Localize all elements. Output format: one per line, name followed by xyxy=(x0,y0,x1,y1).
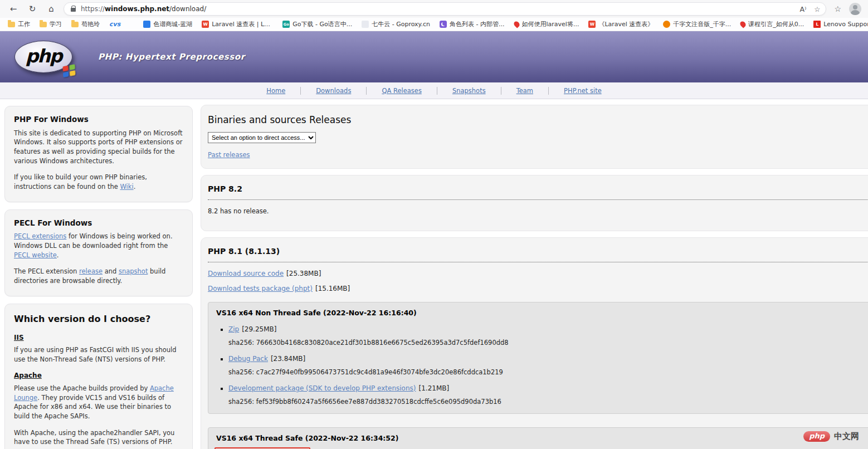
php81-title: PHP 8.1 (8.1.13) xyxy=(208,247,868,256)
profile-avatar[interactable] xyxy=(849,3,861,15)
sidebar-paragraph: The PECL extension release and snapshot … xyxy=(14,267,183,285)
bookmark-item[interactable]: cvs xyxy=(109,21,120,28)
debug-pack-link[interactable]: Debug Pack xyxy=(228,355,268,363)
bookmark-item[interactable]: 如何使用laravel将... xyxy=(514,20,579,28)
file-size: [25.38MB] xyxy=(286,270,321,277)
laravel-icon: W xyxy=(588,21,596,28)
direct-access-select[interactable]: Select an option to direct access... xyxy=(208,132,316,143)
file-size: [15.16MB] xyxy=(315,285,350,292)
download-line: Download source code[25.38MB] xyxy=(208,270,868,277)
main-content: Binaries and sources Releases Select an … xyxy=(201,105,868,449)
orange-circle-icon xyxy=(663,21,670,28)
nav-qa-releases[interactable]: QA Releases xyxy=(366,87,437,95)
page-body: PHP For Windows This site is dedicated t… xyxy=(0,99,868,449)
php-cn-logo: php xyxy=(803,431,830,442)
back-icon[interactable]: ← xyxy=(7,4,20,14)
lanhu-icon xyxy=(143,21,150,28)
bookmark-folder[interactable]: 工作 xyxy=(8,20,30,28)
bookmark-item[interactable]: 七牛云 - Goproxy.cn xyxy=(362,20,430,28)
nav-snapshots[interactable]: Snapshots xyxy=(437,87,501,95)
go-icon: Go xyxy=(282,21,290,28)
bookmark-item[interactable]: 千字文注音版_千字... xyxy=(663,20,731,28)
bullet-icon xyxy=(221,358,223,360)
flame-icon xyxy=(739,20,747,28)
file-size: [1.21MB] xyxy=(419,384,450,392)
read-aloud-icon[interactable]: A⁾ xyxy=(800,5,807,13)
folder-icon xyxy=(40,22,47,27)
php-logo: php xyxy=(14,41,72,73)
sidebar-box-php-for-windows: PHP For Windows This site is dedicated t… xyxy=(4,106,193,202)
sidebar-paragraph: PECL extensions for Windows is being wor… xyxy=(14,232,183,260)
sidebar-paragraph: Please use the Apache builds provided by… xyxy=(14,384,183,421)
folder-icon xyxy=(8,22,15,27)
php-logo-text: php xyxy=(26,45,62,69)
sha256-text: sha256: c7ac27f94e0fb99506473751dc9c4d81… xyxy=(228,368,868,376)
download-tests-package-link[interactable]: Download tests package (phpt) xyxy=(208,285,313,292)
site-nav: Home Downloads QA Releases Snapshots Tea… xyxy=(0,82,868,99)
bookmark-item[interactable]: 色谱商城-蓝湖 xyxy=(143,20,192,28)
bookmark-item[interactable]: W《Laravel 速查表》 xyxy=(588,20,654,28)
zip-link[interactable]: Zip xyxy=(228,325,239,333)
release-link[interactable]: release xyxy=(79,267,103,275)
nav-phpnet-site[interactable]: PHP.net site xyxy=(548,87,617,95)
site-tagline: PHP: Hypertext Preprocessor xyxy=(98,52,245,62)
bullet-icon xyxy=(221,388,223,390)
site-header: php PHP: Hypertext Preprocessor xyxy=(0,31,868,82)
nav-downloads[interactable]: Downloads xyxy=(300,87,366,95)
sidebar-paragraph: With Apache, using the apache2handler SA… xyxy=(14,428,183,447)
bookmark-item[interactable]: GoGo下载 - Go语言中... xyxy=(282,20,352,28)
wiki-link[interactable]: Wiki xyxy=(120,183,133,191)
sidebar-heading: Which version do I choose? xyxy=(14,313,183,325)
pecl-website-link[interactable]: PECL website xyxy=(14,251,57,259)
address-bar[interactable]: https://windows.php.net/download/ A⁾ ☆ xyxy=(64,2,826,16)
bookmark-item[interactable]: LLenovo Support xyxy=(813,21,868,28)
sidebar-heading: PECL For Windows xyxy=(14,218,183,229)
releases-title: Binaries and sources Releases xyxy=(208,114,868,125)
sidebar-paragraph: If you are using PHP as FastCGI with IIS… xyxy=(14,345,183,364)
vs16-ts-title: VS16 x64 Thread Safe (2022-Nov-22 16:34:… xyxy=(216,434,868,442)
home-icon[interactable]: ⌂ xyxy=(45,4,58,14)
download-source-code-link[interactable]: Download source code xyxy=(208,270,284,277)
bookmark-folder[interactable]: 苟艳玲 xyxy=(71,20,100,28)
apache-subheading: Apache xyxy=(14,371,183,380)
folder-icon xyxy=(71,22,79,27)
file-size: [23.84MB] xyxy=(271,355,305,363)
sha256-text: sha256: 766630b4168c830820ace21df301b881… xyxy=(228,339,868,346)
lenovo-icon: L xyxy=(813,21,821,28)
nav-home[interactable]: Home xyxy=(251,87,300,95)
windows-flag-icon xyxy=(62,64,76,79)
sidebar-box-which-version: Which version do I choose? IIS If you ar… xyxy=(4,304,193,449)
moon-icon xyxy=(440,21,447,28)
download-item: Zip[29.25MB] xyxy=(216,325,868,333)
laravel-icon: W xyxy=(202,21,209,28)
divider xyxy=(208,262,868,262)
releases-panel: Binaries and sources Releases Select an … xyxy=(201,105,868,169)
favorites-bar-icon[interactable]: ☆ xyxy=(834,4,841,13)
cvs-logo-icon: cvs xyxy=(109,21,120,28)
php-cn-watermark: php 中文网 xyxy=(803,431,859,442)
bookmark-item[interactable]: WLaravel 速查表 | Lar... xyxy=(202,20,273,28)
sidebar-box-pecl: PECL For Windows PECL extensions for Win… xyxy=(4,209,193,296)
bookmark-item[interactable]: 课程引言_如何从0... xyxy=(740,20,804,28)
snapshot-link[interactable]: snapshot xyxy=(119,267,148,275)
favorite-star-icon[interactable]: ☆ xyxy=(814,5,820,13)
vs16-nts-title: VS16 x64 Non Thread Safe (2022-Nov-22 16… xyxy=(216,309,868,317)
url-text[interactable]: https://windows.php.net/download/ xyxy=(81,5,206,13)
vs16-nts-box: VS16 x64 Non Thread Safe (2022-Nov-22 16… xyxy=(208,302,868,414)
sidebar-heading: PHP For Windows xyxy=(14,114,183,125)
bookmark-folder[interactable]: 学习 xyxy=(40,20,62,28)
bookmark-item[interactable]: 角色列表 - 内部管... xyxy=(440,20,504,28)
download-item: Debug Pack[23.84MB] xyxy=(216,355,868,363)
past-releases-link[interactable]: Past releases xyxy=(208,151,250,159)
sidebar-paragraph: If you like to build your own PHP binari… xyxy=(14,173,183,191)
nav-team[interactable]: Team xyxy=(501,87,548,95)
file-size: [29.25MB] xyxy=(242,325,276,333)
refresh-icon[interactable]: ↻ xyxy=(26,4,39,14)
php-cn-text: 中文网 xyxy=(834,431,859,442)
download-line: Download tests package (phpt)[15.16MB] xyxy=(208,285,868,292)
browser-toolbar: ← ↻ ⌂ https://windows.php.net/download/ … xyxy=(0,0,868,18)
pecl-extensions-link[interactable]: PECL extensions xyxy=(14,232,66,240)
download-item: Development package (SDK to develop PHP … xyxy=(216,384,868,392)
php81-panel: PHP 8.1 (8.1.13) Download source code[25… xyxy=(201,237,868,449)
development-package-link[interactable]: Development package (SDK to develop PHP … xyxy=(228,384,416,392)
